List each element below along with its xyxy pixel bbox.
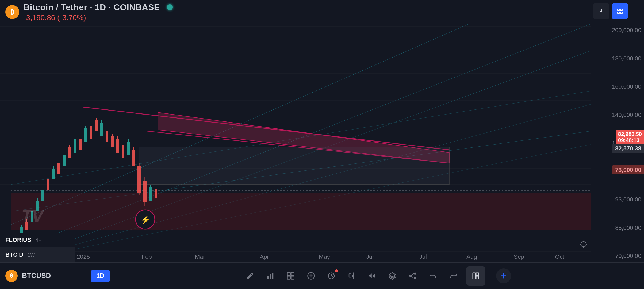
support-price: 73,000.00 [615, 166, 641, 173]
download-button[interactable] [593, 3, 609, 19]
btcusd-symbol: BTC D [5, 251, 23, 258]
svg-rect-1 [620, 9, 622, 11]
btcusd-timeframe: 1W [28, 252, 35, 258]
x-axis: Dec 2025 Feb Mar Apr May Jun Jul Aug Sep… [0, 252, 591, 262]
chart-header: ₿ Bitcoin / Tether · 1D · COINBASE -3,19… [0, 0, 644, 24]
x-label-sep: Sep [514, 253, 524, 260]
svg-marker-106 [373, 273, 375, 278]
ticker-info: ₿ BTCUSD [5, 270, 80, 282]
undo-tool[interactable] [425, 268, 440, 283]
path-tool[interactable] [405, 268, 420, 283]
chart-title: Bitcoin / Tether · 1D · COINBASE [24, 2, 160, 12]
svg-rect-90 [267, 276, 269, 279]
svg-rect-28 [139, 147, 449, 185]
svg-rect-40 [41, 190, 44, 201]
live-indicator [167, 4, 173, 10]
layers-tool[interactable] [385, 268, 400, 283]
draw-tool[interactable] [243, 268, 258, 283]
svg-rect-82 [155, 189, 157, 198]
svg-text:⚡: ⚡ [140, 215, 151, 225]
header-info: Bitcoin / Tether · 1D · COINBASE -3,190.… [24, 2, 173, 22]
x-label-jul: Jul [419, 253, 427, 260]
x-label-jun: Jun [366, 253, 375, 260]
chart-area[interactable]: ⚡ 200,000.00 180,000.00 160,000.00 140,0… [0, 24, 644, 262]
svg-rect-95 [288, 276, 290, 279]
svg-rect-50 [68, 147, 71, 158]
x-label-mar: Mar [195, 253, 205, 260]
svg-point-108 [410, 275, 411, 276]
current-price: 82,980.50 [618, 131, 642, 137]
layout-button[interactable] [466, 266, 485, 286]
svg-rect-76 [137, 166, 141, 193]
svg-rect-93 [288, 272, 290, 275]
x-label-feb: Feb [142, 253, 152, 260]
svg-rect-60 [95, 120, 98, 131]
svg-rect-74 [132, 150, 135, 166]
price-change: -3,190.86 (-3.70%) [24, 13, 173, 22]
redo-tool[interactable] [446, 268, 461, 283]
candles-tool[interactable] [344, 268, 359, 283]
svg-rect-3 [620, 12, 622, 14]
svg-rect-44 [52, 169, 55, 179]
svg-point-110 [415, 277, 416, 279]
svg-rect-52 [74, 139, 76, 153]
btc-logo-icon: ₿ [5, 5, 19, 19]
x-label-aug: Aug [466, 253, 477, 260]
tv-logo-text: TV [21, 208, 43, 225]
timeframe-button[interactable]: 1D [91, 270, 110, 282]
indicators-tool[interactable] [283, 268, 298, 283]
svg-rect-0 [618, 9, 619, 11]
add-chart-button[interactable] [496, 268, 511, 283]
svg-rect-54 [79, 139, 82, 150]
tradingview-watermark: TV [21, 208, 43, 225]
target-icon[interactable] [579, 240, 588, 250]
snapshot-button[interactable] [612, 3, 628, 19]
secondary-price: 82,570.38 [615, 145, 641, 152]
svg-rect-96 [291, 276, 294, 279]
alert-tool[interactable] [324, 268, 339, 283]
svg-rect-24 [11, 193, 591, 230]
svg-rect-62 [100, 123, 103, 136]
svg-rect-46 [57, 163, 60, 174]
svg-rect-78 [143, 181, 147, 202]
svg-point-109 [415, 273, 416, 274]
svg-rect-112 [476, 273, 479, 275]
svg-rect-104 [352, 275, 355, 277]
rewind-tool[interactable] [365, 268, 379, 283]
price-tags: 82,980.50 09:48:13 82,570.38 73,000.00 [591, 24, 644, 262]
x-label-apr: Apr [260, 253, 269, 260]
x-label-may: May [319, 253, 330, 260]
svg-rect-72 [127, 142, 130, 155]
bottom-toolbar: ₿ BTCUSD 1D [0, 262, 644, 289]
add-tool[interactable] [304, 268, 319, 283]
svg-rect-92 [272, 273, 274, 279]
svg-rect-91 [270, 274, 271, 279]
watchlist-item-btcusd[interactable]: BTC D 1W [0, 248, 75, 262]
btc-logo-small: ₿ [5, 270, 18, 282]
svg-rect-64 [106, 131, 108, 142]
toolbar-icons [115, 266, 639, 286]
svg-rect-56 [84, 128, 87, 142]
watchlist-item-florius[interactable]: FLORIUS 4H [0, 233, 75, 248]
svg-rect-2 [618, 12, 619, 14]
watchlist-panel: FLORIUS 4H BTC D 1W [0, 233, 75, 262]
svg-rect-80 [149, 187, 152, 201]
chart-canvas: ⚡ [0, 24, 591, 262]
svg-rect-66 [111, 136, 114, 147]
svg-marker-105 [369, 273, 372, 278]
chart-type-tool[interactable] [263, 268, 278, 283]
svg-rect-113 [476, 276, 479, 279]
svg-rect-111 [473, 273, 476, 279]
svg-rect-48 [63, 155, 66, 166]
florius-symbol: FLORIUS [5, 237, 31, 243]
x-label-oct: Oct [555, 253, 564, 260]
secondary-price-tag: 82,570.38 [612, 144, 644, 153]
florius-timeframe: 4H [36, 238, 42, 243]
svg-rect-94 [291, 272, 294, 275]
current-price-tag: 82,980.50 09:48:13 [616, 130, 644, 145]
top-right-controls [593, 3, 628, 19]
svg-rect-42 [47, 179, 49, 190]
svg-rect-70 [122, 144, 124, 158]
x-label-2025: 2025 [77, 253, 90, 260]
svg-point-85 [581, 242, 586, 247]
